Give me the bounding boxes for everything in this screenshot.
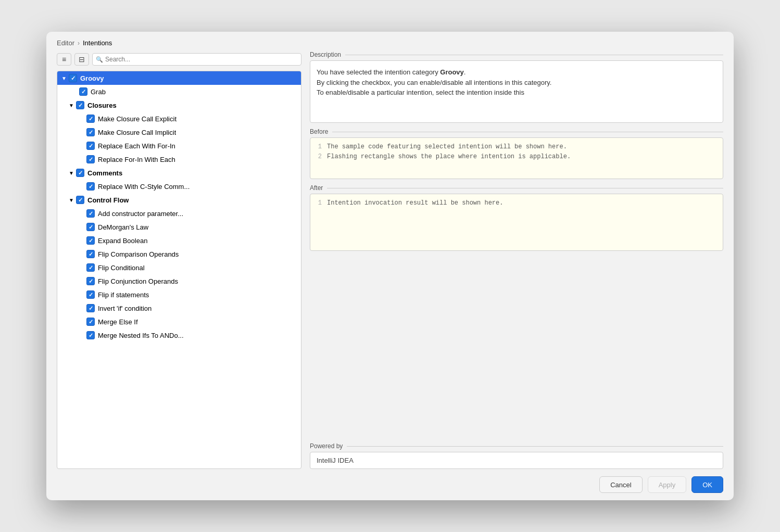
collapse-all-button[interactable]: ⊟ [74,53,89,66]
powered-section-label: Powered by [310,442,723,450]
tree-item-merge-nested[interactable]: Merge Nested Ifs To ANDo... [57,328,301,342]
checkbox-flip-if[interactable] [86,290,95,299]
checkbox-comments[interactable] [76,169,84,177]
breadcrumb-parent: Editor [57,39,74,47]
description-section: Description You have selected the intent… [310,51,723,123]
checkbox-flip-comparison[interactable] [86,250,95,258]
tree-item-flip-conjunction[interactable]: Flip Conjunction Operands [57,274,301,288]
before-line-1: 1 The sample code featuring selected int… [314,142,719,152]
checkbox-closures[interactable] [76,101,84,109]
tree-item-flip-conditional[interactable]: Flip Conditional [57,261,301,274]
chevron-flip-if [78,291,85,298]
chevron-grab [71,88,78,95]
checkbox-invert-if[interactable] [86,304,95,312]
tree-label-groovy: Groovy [80,74,104,82]
tree-item-replace-each-forin[interactable]: Replace Each With For-In [57,139,301,153]
checkbox-merge-else[interactable] [86,318,95,326]
tree-label-expand-boolean: Expand Boolean [98,237,147,245]
checkbox-grab[interactable] [79,87,87,96]
chevron-replace-forin-each [78,156,85,163]
search-box: 🔍 [92,53,301,66]
after-line-num-1: 1 [314,198,322,208]
tree-label-flip-if: Flip if statements [98,291,149,299]
checkbox-controlflow[interactable] [76,196,84,204]
tree-label-make-closure-implicit: Make Closure Call Implicit [98,129,176,136]
tree-item-add-constructor[interactable]: Add constructor parameter... [57,207,301,220]
checkbox-replace-each-forin[interactable] [86,142,95,150]
cancel-button[interactable]: Cancel [599,476,642,493]
chevron-make-closure-explicit [78,115,85,122]
checkbox-make-closure-explicit[interactable] [86,115,95,123]
checkbox-replace-forin-each[interactable] [86,155,95,163]
chevron-flip-conditional [78,264,85,271]
tree-label-merge-nested: Merge Nested Ifs To ANDo... [98,332,184,339]
tree-item-replace-cstyle[interactable]: Replace With C-Style Comm... [57,180,301,193]
checkbox-merge-nested[interactable] [86,331,95,339]
checkbox-make-closure-implicit[interactable] [86,128,95,136]
tree-item-flip-if[interactable]: Flip if statements [57,288,301,301]
chevron-merge-else [78,318,85,325]
description-section-label: Description [310,51,723,58]
tree-item-merge-else[interactable]: Merge Else If [57,315,301,328]
checkbox-groovy[interactable] [69,74,77,82]
tree-label-replace-each-forin: Replace Each With For-In [98,142,175,150]
tree-item-controlflow[interactable]: ▼ Control Flow [57,193,301,207]
tree-label-replace-cstyle: Replace With C-Style Comm... [98,183,190,191]
main-content: ≡ ⊟ 🔍 ▼ Groovy [46,51,734,469]
before-line-num-1: 1 [314,142,322,152]
search-input[interactable] [105,56,298,63]
tree-item-flip-comparison[interactable]: Flip Comparison Operands [57,247,301,261]
tree-label-add-constructor: Add constructor parameter... [98,210,183,218]
tree-label-demorgan: DeMorgan's Law [98,223,148,231]
powered-value: IntelliJ IDEA [317,457,354,464]
tree-item-closures[interactable]: ▼ Closures [57,98,301,112]
before-section-label: Before [310,128,723,135]
checkbox-flip-conditional[interactable] [86,263,95,272]
left-panel: ≡ ⊟ 🔍 ▼ Groovy [57,51,301,469]
checkbox-expand-boolean[interactable] [86,236,95,245]
breadcrumb-current: Intentions [83,39,112,47]
tree-item-grab[interactable]: Grab [57,85,301,98]
expand-all-button[interactable]: ≡ [57,53,71,66]
before-line-num-2: 2 [314,152,322,162]
tree-item-comments[interactable]: ▼ Comments [57,166,301,180]
ok-button[interactable]: OK [691,476,723,493]
tree-item-invert-if[interactable]: Invert 'if' condition [57,301,301,315]
description-box: You have selected the intention category… [310,60,723,123]
checkbox-demorgan[interactable] [86,223,95,231]
tree-item-demorgan[interactable]: DeMorgan's Law [57,220,301,234]
search-icon: 🔍 [96,56,103,63]
after-section: After 1 Intention invocation result will… [310,184,723,251]
chevron-demorgan [78,223,85,231]
tree-label-flip-comparison: Flip Comparison Operands [98,250,179,258]
apply-button[interactable]: Apply [648,476,687,493]
chevron-invert-if [78,305,85,312]
breadcrumb-separator: › [78,40,80,47]
toolbar: ≡ ⊟ 🔍 [57,51,301,68]
tree-item-make-closure-implicit[interactable]: Make Closure Call Implicit [57,125,301,139]
tree-item-replace-forin-each[interactable]: Replace For-In With Each [57,153,301,166]
tree-label-merge-else: Merge Else If [98,318,138,326]
checkbox-replace-cstyle[interactable] [86,182,95,191]
chevron-replace-each-forin [78,142,85,149]
chevron-replace-cstyle [78,183,85,190]
chevron-expand-boolean [78,237,85,244]
powered-box: IntelliJ IDEA [310,452,723,469]
after-line-1: 1 Intention invocation result will be sh… [314,198,719,208]
after-code-box: 1 Intention invocation result will be sh… [310,194,723,251]
tree-item-make-closure-explicit[interactable]: Make Closure Call Explicit [57,112,301,125]
chevron-comments: ▼ [68,169,75,176]
chevron-closures: ▼ [68,102,75,109]
tree-label-comments: Comments [87,169,122,177]
breadcrumb: Editor › Intentions [46,32,734,51]
tree-label-invert-if: Invert 'if' condition [98,305,152,312]
tree-item-groovy[interactable]: ▼ Groovy [57,71,301,85]
tree-label-flip-conditional: Flip Conditional [98,264,145,272]
bottom-bar: Cancel Apply OK [46,469,734,500]
checkbox-add-constructor[interactable] [86,209,95,218]
tree-label-flip-conjunction: Flip Conjunction Operands [98,277,178,285]
checkbox-flip-conjunction[interactable] [86,277,95,285]
chevron-groovy: ▼ [60,74,68,82]
tree-item-expand-boolean[interactable]: Expand Boolean [57,234,301,247]
powered-section: Powered by IntelliJ IDEA [310,442,723,469]
